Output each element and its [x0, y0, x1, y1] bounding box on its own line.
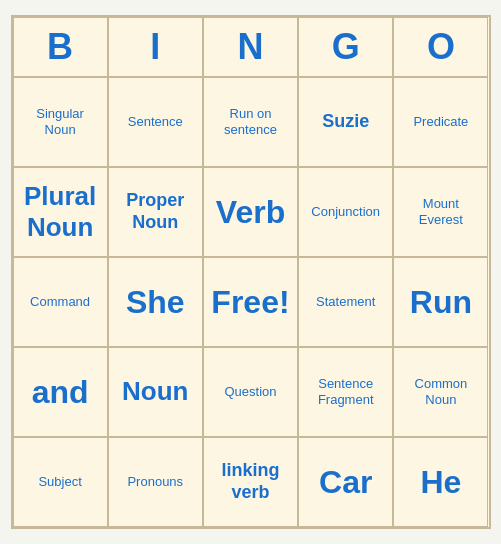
cell-text-0: Singular Noun — [20, 106, 101, 137]
cell-text-1: Sentence — [128, 114, 183, 130]
bingo-cell-6: Proper Noun — [108, 167, 203, 257]
cell-text-12: Free! — [211, 283, 289, 321]
bingo-header: BINGO — [13, 17, 489, 77]
bingo-cell-15: and — [13, 347, 108, 437]
cell-text-15: and — [32, 373, 89, 411]
cell-text-17: Question — [224, 384, 276, 400]
bingo-cell-13: Statement — [298, 257, 393, 347]
bingo-cell-4: Predicate — [393, 77, 488, 167]
bingo-cell-7: Verb — [203, 167, 298, 257]
cell-text-2: Run on sentence — [210, 106, 291, 137]
header-letter-I: I — [108, 17, 203, 77]
cell-text-9: Mount Everest — [400, 196, 481, 227]
cell-text-24: He — [420, 463, 461, 501]
cell-text-21: Pronouns — [127, 474, 183, 490]
bingo-cell-21: Pronouns — [108, 437, 203, 527]
cell-text-14: Run — [410, 283, 472, 321]
bingo-cell-17: Question — [203, 347, 298, 437]
bingo-cell-24: He — [393, 437, 488, 527]
cell-text-10: Command — [30, 294, 90, 310]
cell-text-20: Subject — [38, 474, 81, 490]
bingo-cell-5: Plural Noun — [13, 167, 108, 257]
bingo-grid: Singular NounSentenceRun on sentenceSuzi… — [13, 77, 489, 527]
header-letter-B: B — [13, 17, 108, 77]
cell-text-3: Suzie — [322, 111, 369, 133]
cell-text-22: linking verb — [210, 460, 291, 503]
bingo-cell-2: Run on sentence — [203, 77, 298, 167]
header-letter-O: O — [393, 17, 488, 77]
bingo-cell-1: Sentence — [108, 77, 203, 167]
cell-text-19: Common Noun — [400, 376, 481, 407]
cell-text-8: Conjunction — [311, 204, 380, 220]
cell-text-4: Predicate — [413, 114, 468, 130]
bingo-cell-3: Suzie — [298, 77, 393, 167]
cell-text-6: Proper Noun — [115, 190, 196, 233]
bingo-cell-12: Free! — [203, 257, 298, 347]
bingo-cell-8: Conjunction — [298, 167, 393, 257]
cell-text-11: She — [126, 283, 185, 321]
header-letter-N: N — [203, 17, 298, 77]
bingo-cell-23: Car — [298, 437, 393, 527]
bingo-cell-0: Singular Noun — [13, 77, 108, 167]
cell-text-18: Sentence Fragment — [305, 376, 386, 407]
bingo-cell-9: Mount Everest — [393, 167, 488, 257]
bingo-cell-14: Run — [393, 257, 488, 347]
cell-text-16: Noun — [122, 376, 188, 407]
bingo-cell-19: Common Noun — [393, 347, 488, 437]
cell-text-13: Statement — [316, 294, 375, 310]
bingo-cell-11: She — [108, 257, 203, 347]
bingo-cell-10: Command — [13, 257, 108, 347]
cell-text-23: Car — [319, 463, 372, 501]
cell-text-7: Verb — [216, 193, 285, 231]
bingo-cell-18: Sentence Fragment — [298, 347, 393, 437]
bingo-cell-20: Subject — [13, 437, 108, 527]
bingo-cell-16: Noun — [108, 347, 203, 437]
header-letter-G: G — [298, 17, 393, 77]
bingo-cell-22: linking verb — [203, 437, 298, 527]
cell-text-5: Plural Noun — [20, 181, 101, 243]
bingo-card: BINGO Singular NounSentenceRun on senten… — [11, 15, 491, 529]
